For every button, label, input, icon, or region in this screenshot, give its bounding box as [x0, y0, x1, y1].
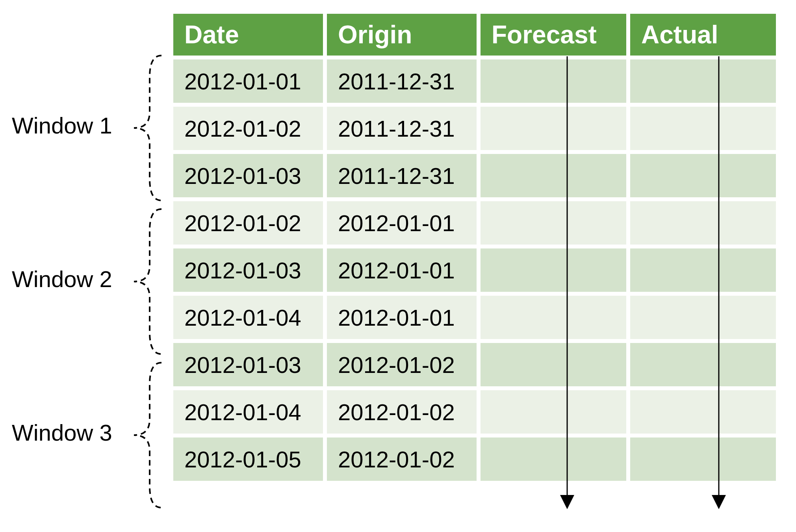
cell-date: 2012-01-02 — [173, 107, 323, 150]
cell-actual — [630, 59, 776, 103]
cell-forecast — [481, 201, 626, 245]
cell-forecast — [481, 107, 626, 150]
table-row: 2012-01-01 2011-12-31 — [173, 59, 776, 103]
cell-date: 2012-01-01 — [173, 59, 323, 103]
header-actual: Actual — [630, 14, 776, 56]
cell-date: 2012-01-04 — [173, 296, 323, 339]
table-row: 2012-01-03 2011-12-31 — [173, 154, 776, 197]
cell-forecast — [481, 59, 626, 103]
cell-date: 2012-01-03 — [173, 343, 323, 386]
cell-origin: 2012-01-01 — [327, 248, 477, 292]
window-2-label: Window 2 — [12, 266, 112, 292]
cell-actual — [630, 201, 776, 245]
cell-forecast — [481, 343, 626, 386]
cell-forecast — [481, 437, 626, 481]
header-forecast: Forecast — [481, 14, 626, 56]
data-table: Date Origin Forecast Actual 2012-01-01 2… — [169, 10, 780, 485]
table-row: 2012-01-03 2012-01-02 — [173, 343, 776, 386]
cell-date: 2012-01-04 — [173, 390, 323, 434]
header-origin: Origin — [327, 14, 477, 56]
cell-actual — [630, 107, 776, 150]
window-3-label: Window 3 — [12, 419, 112, 446]
cell-actual — [630, 343, 776, 386]
cell-date: 2012-01-03 — [173, 248, 323, 292]
brace-window-1-icon — [130, 53, 169, 203]
brace-window-3-icon — [130, 360, 169, 510]
cell-forecast — [481, 248, 626, 292]
cell-actual — [630, 296, 776, 339]
table-row: 2012-01-05 2012-01-02 — [173, 437, 776, 481]
cell-origin: 2011-12-31 — [327, 59, 477, 103]
brace-window-2-icon — [130, 207, 169, 356]
cell-actual — [630, 390, 776, 434]
cell-actual — [630, 248, 776, 292]
cell-origin: 2012-01-02 — [327, 343, 477, 386]
cell-date: 2012-01-02 — [173, 201, 323, 245]
cell-origin: 2012-01-01 — [327, 201, 477, 245]
cell-origin: 2012-01-01 — [327, 296, 477, 339]
cell-forecast — [481, 154, 626, 197]
table-row: 2012-01-04 2012-01-01 — [173, 296, 776, 339]
window-labels-column: Window 1 Window 2 Window 3 — [12, 10, 169, 522]
cell-date: 2012-01-05 — [173, 437, 323, 481]
cell-origin: 2011-12-31 — [327, 154, 477, 197]
cell-origin: 2012-01-02 — [327, 437, 477, 481]
cell-actual — [630, 437, 776, 481]
cell-forecast — [481, 390, 626, 434]
data-table-wrap: Date Origin Forecast Actual 2012-01-01 2… — [169, 10, 780, 485]
cell-actual — [630, 154, 776, 197]
table-row: 2012-01-02 2011-12-31 — [173, 107, 776, 150]
cell-origin: 2011-12-31 — [327, 107, 477, 150]
window-1-label: Window 1 — [12, 112, 112, 139]
table-row: 2012-01-03 2012-01-01 — [173, 248, 776, 292]
table-row: 2012-01-02 2012-01-01 — [173, 201, 776, 245]
cell-date: 2012-01-03 — [173, 154, 323, 197]
table-row: 2012-01-04 2012-01-02 — [173, 390, 776, 434]
cell-origin: 2012-01-02 — [327, 390, 477, 434]
header-date: Date — [173, 14, 323, 56]
cell-forecast — [481, 296, 626, 339]
